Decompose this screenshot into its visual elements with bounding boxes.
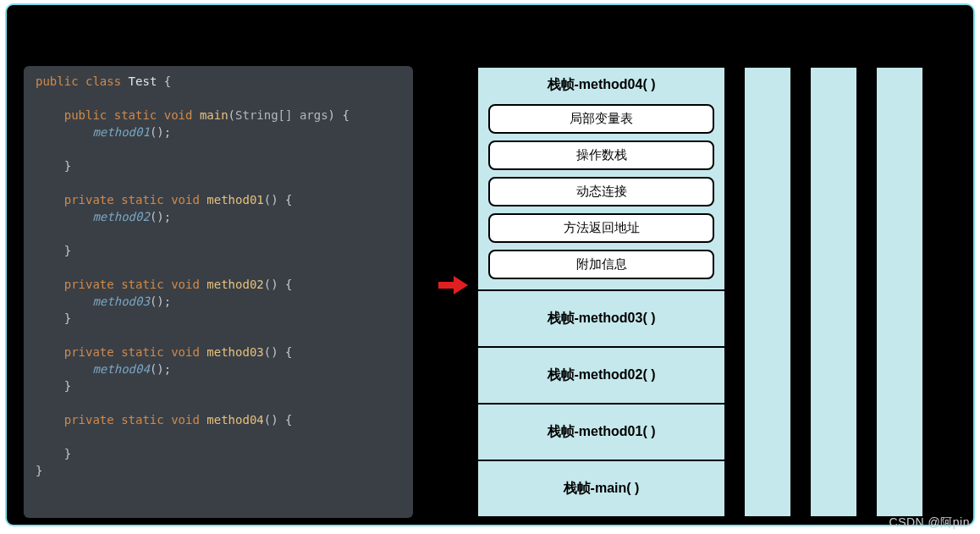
code-block: public class Test { public static void m… (36, 73, 401, 479)
frame-part: 附加信息 (488, 250, 714, 279)
stack-frame: 栈帧-method01( ) (478, 403, 724, 460)
frame-title: 栈帧-method04( ) (548, 76, 656, 94)
stack-frame-expanded: 栈帧-method04( ) 局部变量表 操作数栈 动态连接 方法返回地址 附加… (478, 68, 724, 289)
arrow-icon (438, 274, 469, 296)
frame-part: 局部变量表 (488, 104, 714, 134)
svg-marker-0 (438, 276, 468, 295)
watermark-text: CSDN @阿pin (889, 515, 970, 531)
frame-part: 操作数栈 (488, 140, 714, 170)
stack-frame: 栈帧-method02( ) (478, 346, 724, 403)
stack-column-empty (875, 66, 924, 518)
stack-column-main: 栈帧-method04( ) 局部变量表 操作数栈 动态连接 方法返回地址 附加… (476, 66, 726, 518)
stack-frame: 栈帧-method03( ) (478, 289, 724, 346)
diagram-frame: public class Test { public static void m… (5, 3, 975, 526)
stack-column-empty (809, 66, 858, 518)
frame-part: 方法返回地址 (488, 213, 714, 243)
stack-column-empty (743, 66, 792, 518)
code-panel: public class Test { public static void m… (24, 66, 413, 518)
stack-frame: 栈帧-main( ) (478, 460, 724, 516)
frame-part: 动态连接 (488, 177, 714, 206)
